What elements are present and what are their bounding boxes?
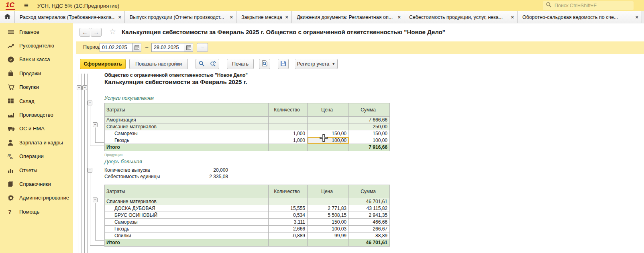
cell-price[interactable]	[308, 117, 349, 123]
calendar-icon[interactable]	[184, 43, 193, 52]
collapse-toggle[interactable]: −	[88, 101, 92, 105]
cell-label[interactable]: Саморезы	[105, 219, 269, 226]
sidebar-item-dtkt[interactable]: ДтКтОперации	[0, 150, 73, 163]
find-button[interactable]	[196, 59, 208, 69]
sidebar-item-trend[interactable]: Руководителю	[0, 39, 73, 52]
column-header[interactable]: Количество	[269, 185, 308, 198]
sidebar-item-factory[interactable]: Производство	[0, 108, 73, 121]
cell-label[interactable]: Списание материалов	[105, 198, 269, 205]
collapse-toggle[interactable]: −	[82, 85, 87, 90]
collapse-toggle[interactable]: −	[93, 122, 98, 127]
cell-price[interactable]	[308, 144, 349, 151]
cell-qty[interactable]: -0,889	[269, 232, 308, 239]
collapse-toggle[interactable]: −	[93, 197, 98, 202]
cell-qty[interactable]	[269, 239, 308, 247]
period-from-input[interactable]: 01.02.2025	[100, 43, 132, 52]
sidebar-item-person[interactable]: Зарплата и кадры	[0, 136, 73, 149]
cell-sum[interactable]: -88,89	[349, 232, 390, 239]
tab-close-icon[interactable]: ×	[397, 14, 401, 20]
cell-price[interactable]	[308, 239, 349, 247]
column-header[interactable]: Сумма	[349, 185, 390, 198]
cell-sum[interactable]: 7 916,66	[349, 144, 390, 151]
tab-close-icon[interactable]: ×	[285, 14, 288, 20]
cell-sum[interactable]: 100,00	[349, 137, 390, 144]
stat-value[interactable]: 2 335,08	[209, 174, 228, 180]
cell-label[interactable]: Амортизация	[105, 117, 269, 123]
cell-label[interactable]: Итого	[105, 239, 269, 247]
tab-6[interactable]: Оборотно-сальдовая ведомость по сче...×	[518, 11, 642, 23]
cell-label[interactable]: Списание материалов	[105, 123, 269, 130]
stat-value[interactable]: 20,000	[213, 167, 228, 174]
cell-qty[interactable]: 15,555	[269, 205, 308, 212]
cell-label[interactable]: БРУС ОСИНОВЫЙ	[105, 212, 269, 219]
sidebar-item-barchart[interactable]: Отчеты	[0, 163, 73, 177]
cell-sum[interactable]: 43 115,82	[349, 205, 390, 212]
find-next-button[interactable]	[207, 59, 219, 69]
print-button[interactable]: Печать	[227, 59, 254, 69]
cell-price[interactable]: 150,00	[308, 219, 349, 226]
cell-qty[interactable]	[269, 117, 308, 123]
column-header[interactable]: Сумма	[349, 103, 390, 117]
cell-sum[interactable]: 46 701,61	[349, 198, 390, 205]
tab-close-icon[interactable]: ×	[230, 14, 233, 20]
sidebar-item-cart[interactable]: Покупки	[0, 80, 73, 94]
cell-qty[interactable]	[269, 144, 308, 151]
main-menu-icon[interactable]: ≡	[24, 1, 29, 10]
cell-label[interactable]: Гвоздь	[105, 226, 269, 232]
back-button[interactable]: ←	[79, 28, 90, 37]
period-more-button[interactable]: ...	[197, 43, 208, 52]
sidebar-item-warehouse[interactable]: Склад	[0, 94, 73, 108]
cell-sum[interactable]: 46 701,61	[349, 239, 390, 247]
collapse-toggle[interactable]: −	[88, 168, 92, 173]
sidebar-item-bag[interactable]: Продажи	[0, 66, 73, 80]
save-button[interactable]	[278, 59, 289, 69]
sidebar-item-books[interactable]: Справочники	[0, 177, 73, 191]
column-header[interactable]: Затраты	[105, 185, 269, 198]
tab-5[interactable]: Себестоимость продукции, услуг, неза...×	[404, 11, 518, 23]
home-tab[interactable]	[0, 11, 15, 23]
sidebar-item-help[interactable]: ?Помощь	[0, 205, 73, 218]
tab-4[interactable]: Движения документа: Регламентная оп...×	[292, 11, 404, 23]
period-to-input[interactable]: 28.02.2025	[151, 43, 184, 52]
cell-price[interactable]: 150,00	[308, 130, 349, 137]
cell-sum[interactable]: 2 941,35	[349, 212, 390, 219]
cell-qty[interactable]: 0,534	[269, 212, 308, 219]
cell-sum[interactable]: 250,00	[349, 123, 390, 130]
generate-button[interactable]: Сформировать	[80, 59, 126, 69]
cell-qty[interactable]	[269, 123, 308, 130]
cell-label[interactable]: ДОСКА ДУБОВАЯ	[105, 205, 269, 212]
cell-price[interactable]	[308, 123, 349, 130]
sidebar-item-gear[interactable]: Администрирование	[0, 191, 73, 205]
cell-label[interactable]: Гвоздь	[105, 137, 269, 144]
cell-label[interactable]: Итого	[105, 144, 269, 151]
cell-sum[interactable]: 266,67	[349, 226, 390, 232]
cell-qty[interactable]: 1,000	[269, 130, 308, 137]
cell-label[interactable]: Саморезы	[105, 130, 269, 137]
cell-qty[interactable]: 3,111	[269, 219, 308, 226]
cell-sum[interactable]: 7 666,66	[349, 117, 390, 123]
sidebar-item-menu[interactable]: Главное	[0, 25, 73, 39]
tab-2[interactable]: Выпуск продукции (Отчеты производст...×	[125, 11, 236, 23]
cell-sum[interactable]: 150,00	[349, 130, 390, 137]
favorite-star-icon[interactable]: ☆	[109, 27, 116, 36]
sidebar-item-ruble[interactable]: РБанк и касса	[0, 53, 73, 66]
cell-qty[interactable]	[269, 198, 308, 205]
cell-price[interactable]: 5 508,15	[308, 212, 349, 219]
collapse-toggle[interactable]: −	[77, 85, 82, 90]
cell-price[interactable]: 99,99	[308, 232, 349, 239]
tab-close-icon[interactable]: ×	[635, 14, 638, 20]
show-settings-button[interactable]: Показать настройки	[129, 59, 188, 69]
cell-price[interactable]: 2 771,83	[308, 205, 349, 212]
column-header[interactable]: Затраты	[105, 103, 269, 117]
cell-label[interactable]: Опилки	[105, 232, 269, 239]
tab-1[interactable]: Расход материалов (Требования-накла...×	[15, 11, 125, 23]
cell-qty[interactable]: 2,666	[269, 226, 308, 232]
forward-button[interactable]: →	[91, 28, 102, 37]
tab-close-icon[interactable]: ×	[511, 14, 514, 20]
register-dropdown-button[interactable]: Регистр учета ▼	[295, 59, 338, 69]
cell-price[interactable]	[308, 198, 349, 205]
cell-price[interactable]: 100,00	[308, 137, 349, 144]
sidebar-item-truck[interactable]: ОС и НМА	[0, 122, 73, 136]
tab-3[interactable]: Закрытие месяца×	[236, 11, 292, 23]
tab-close-icon[interactable]: ×	[118, 14, 121, 20]
